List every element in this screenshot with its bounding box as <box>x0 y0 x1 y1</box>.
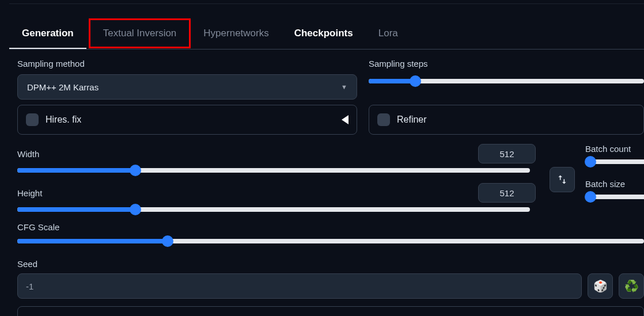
divider <box>9 3 644 4</box>
refiner-checkbox[interactable] <box>377 113 390 126</box>
width-value[interactable]: 512 <box>478 144 536 163</box>
width-slider[interactable] <box>17 168 530 173</box>
sampling-steps-slider[interactable] <box>369 79 644 83</box>
collapsed-panel[interactable] <box>17 306 644 316</box>
swap-dimensions-button[interactable] <box>550 167 575 192</box>
tab-lora[interactable]: Lora <box>366 18 411 48</box>
dice-icon: 🎲 <box>593 279 608 293</box>
batch-count-label: Batch count <box>585 144 644 154</box>
refiner-toggle[interactable]: Refiner <box>369 105 644 135</box>
tab-textual-inversion[interactable]: Textual Inversion <box>89 18 191 48</box>
cfg-scale-slider[interactable] <box>17 239 644 243</box>
height-slider[interactable] <box>17 207 530 212</box>
sampling-method-label: Sampling method <box>17 59 357 68</box>
tab-hypernetworks[interactable]: Hypernetworks <box>191 18 281 48</box>
batch-size-label: Batch size <box>585 179 644 189</box>
hires-fix-checkbox[interactable] <box>26 113 39 126</box>
width-label: Width <box>17 149 39 159</box>
reuse-seed-button[interactable]: ♻️ <box>619 273 644 299</box>
collapse-left-icon[interactable] <box>342 115 348 124</box>
cfg-scale-label: CFG Scale <box>17 222 644 232</box>
hires-fix-toggle[interactable]: Hires. fix <box>17 105 357 135</box>
caret-down-icon: ▼ <box>341 83 347 90</box>
sampling-method-select[interactable]: DPM++ 2M Karras ▼ <box>17 74 357 100</box>
batch-size-slider[interactable] <box>585 195 644 199</box>
recycle-icon: ♻️ <box>624 279 639 293</box>
swap-icon <box>556 174 568 185</box>
seed-label: Seed <box>17 259 644 269</box>
refiner-label: Refiner <box>397 115 427 125</box>
tab-checkpoints[interactable]: Checkpoints <box>282 18 366 48</box>
tabs-bar: Generation Textual Inversion Hypernetwor… <box>9 17 644 50</box>
height-label: Height <box>17 188 42 198</box>
tab-generation[interactable]: Generation <box>9 18 86 48</box>
sampling-steps-label: Sampling steps <box>369 59 644 68</box>
batch-count-slider[interactable] <box>585 159 644 164</box>
sampling-method-value: DPM++ 2M Karras <box>27 82 99 92</box>
random-seed-button[interactable]: 🎲 <box>588 273 613 299</box>
height-value[interactable]: 512 <box>478 183 536 203</box>
hires-fix-label: Hires. fix <box>46 115 81 125</box>
seed-input[interactable]: -1 <box>17 273 582 299</box>
